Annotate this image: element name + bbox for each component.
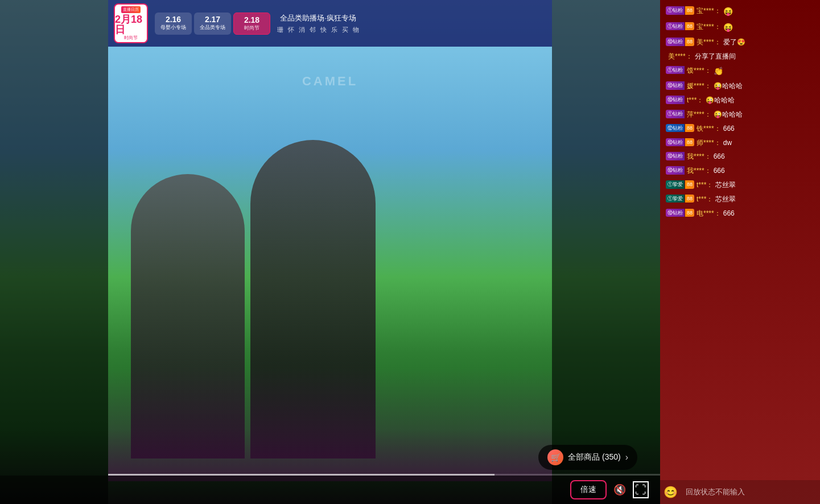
username: t***： bbox=[697, 180, 713, 190]
message-text: 😜哈哈哈 bbox=[714, 81, 743, 91]
message-text: 😝 bbox=[723, 6, 733, 18]
badge-num-text: 88 bbox=[685, 124, 694, 133]
message-text: 😜哈哈哈 bbox=[714, 110, 743, 119]
date-tab-2[interactable]: 2.18 时尚节 bbox=[233, 13, 270, 35]
badge-level-text: ⑩钻粉 bbox=[666, 209, 685, 217]
banner-title: 全品类助播场·疯狂专场 bbox=[280, 13, 356, 23]
tab-0-label: 母婴小专场 bbox=[159, 24, 187, 31]
badge-level-text: ⑫钻粉 bbox=[666, 124, 685, 133]
badge-level-text: ⑩钻粉 bbox=[666, 152, 685, 160]
list-item: ⑩钻粉 我****： 666 bbox=[662, 150, 818, 163]
user-badge: ①挚爱 88 bbox=[666, 180, 694, 189]
products-button[interactable]: 🛒 全部商品 (350) › bbox=[538, 445, 637, 470]
smiley-icon[interactable]: 😊 bbox=[664, 485, 678, 499]
subtitle-char-5: 乐 bbox=[331, 26, 337, 34]
subtitle-char-7: 物 bbox=[353, 26, 359, 34]
chat-input[interactable]: 回放状态不能输入 bbox=[681, 485, 817, 499]
video-area: 直播日历 2月18日 时尚节 2.16 母婴小专场 2.17 全品类专场 2.1… bbox=[0, 0, 660, 504]
message-text: 爱了😍 bbox=[723, 38, 745, 47]
badge-level-text: ⑩钻粉 bbox=[666, 81, 685, 90]
user-badge: ①钻粉 bbox=[666, 66, 685, 75]
user-badge: ⑩钻粉 bbox=[666, 81, 685, 90]
message-text: 666 bbox=[714, 166, 725, 176]
user-badge: ⑩钻粉 bbox=[666, 96, 685, 104]
tab-2-label: 时尚节 bbox=[238, 24, 265, 32]
user-badge: ⑫钻粉 88 bbox=[666, 124, 694, 133]
message-text: 芯丝翠 bbox=[715, 180, 736, 190]
username: 媛****： bbox=[687, 81, 711, 91]
user-badge: ①钻粉 88 bbox=[666, 6, 694, 15]
chat-input-area: 😊 回放状态不能输入 bbox=[660, 480, 820, 504]
username: t***： bbox=[687, 96, 703, 105]
basket-icon: 🛒 bbox=[551, 453, 561, 462]
mute-icon: 🔇 bbox=[613, 484, 626, 495]
video-left-letterbox bbox=[0, 0, 108, 504]
subtitle-char-0: 珊 bbox=[277, 26, 283, 34]
user-badge: ①挚爱 88 bbox=[666, 195, 694, 203]
person-left-silhouette bbox=[131, 174, 245, 458]
username: 馍****： bbox=[687, 66, 711, 76]
date-tab-1[interactable]: 2.17 全品类专场 bbox=[194, 13, 231, 35]
username: 师****： bbox=[697, 138, 721, 148]
list-item: ⑩钻粉 媛****： 😜哈哈哈 bbox=[662, 80, 818, 93]
message-text: 😜哈哈哈 bbox=[706, 96, 735, 105]
badge-level-text: ①钻粉 bbox=[666, 110, 685, 118]
subtitle-char-2: 消 bbox=[299, 26, 305, 34]
badge-level-text: ①挚爱 bbox=[666, 180, 685, 189]
live-tag-text: 直播日历 bbox=[121, 6, 141, 13]
tab-0-date: 2.16 bbox=[159, 15, 187, 24]
list-item: ①挚爱 88 t***： 芯丝翠 bbox=[662, 193, 818, 206]
message-text: dw bbox=[723, 138, 732, 148]
user-badge: ①钻粉 bbox=[666, 110, 685, 118]
tab-1-date: 2.17 bbox=[199, 15, 226, 24]
chat-messages-list: ①钻粉 88 宝****： 😝 ①钻粉 88 宝****： 😝 ⑩钻粉 88 美… bbox=[660, 0, 820, 480]
username: 电****： bbox=[697, 209, 721, 218]
fullscreen-icon: ⛶ bbox=[633, 481, 649, 498]
list-item: ①钻粉 馍****： 👏 bbox=[662, 64, 818, 79]
badge-num-text: 88 bbox=[685, 209, 694, 217]
video-right-letterbox bbox=[552, 0, 660, 504]
tab-1-label: 全品类专场 bbox=[199, 24, 226, 31]
calendar-event: 时尚节 bbox=[124, 35, 138, 41]
badge-level-text: ⑩钻粉 bbox=[666, 138, 685, 147]
person-right-silhouette bbox=[250, 140, 376, 458]
fullscreen-button[interactable]: ⛶ bbox=[633, 484, 649, 497]
message-text: 分享了直播间 bbox=[695, 52, 736, 61]
badge-level-text: ⑩钻粉 bbox=[666, 96, 685, 104]
products-icon: 🛒 bbox=[547, 449, 563, 465]
list-item: ⑫钻粉 88 铁****： 666 bbox=[662, 122, 818, 135]
user-badge: ⑩钻粉 bbox=[666, 166, 685, 175]
user-badge: ⑩钻粉 88 bbox=[666, 209, 694, 217]
list-item: ⑩钻粉 88 师****： dw bbox=[662, 137, 818, 150]
badge-num-text: 88 bbox=[685, 195, 694, 203]
message-text: 666 bbox=[723, 124, 735, 134]
user-badge: ①钻粉 88 bbox=[666, 22, 694, 31]
date-tab-0[interactable]: 2.16 母婴小专场 bbox=[155, 13, 192, 35]
video-controls: 倍速 🔇 ⛶ bbox=[0, 476, 660, 504]
badge-num-text: 88 bbox=[685, 180, 694, 189]
badge-level-text: ①钻粉 bbox=[666, 6, 685, 15]
video-background: 直播日历 2月18日 时尚节 2.16 母婴小专场 2.17 全品类专场 2.1… bbox=[0, 0, 660, 504]
products-arrow-icon: › bbox=[625, 452, 628, 462]
badge-level-text: ①挚爱 bbox=[666, 195, 685, 203]
mute-button[interactable]: 🔇 bbox=[613, 484, 626, 496]
speed-button[interactable]: 倍速 bbox=[570, 480, 607, 499]
date-tabs-container: 2.16 母婴小专场 2.17 全品类专场 2.18 时尚节 bbox=[155, 13, 270, 35]
video-frame: 直播日历 2月18日 时尚节 2.16 母婴小专场 2.17 全品类专场 2.1… bbox=[0, 0, 660, 504]
products-label: 全部商品 (350) bbox=[568, 452, 621, 462]
chat-panel: ①钻粉 88 宝****： 😝 ①钻粉 88 宝****： 😝 ⑩钻粉 88 美… bbox=[660, 0, 820, 504]
list-item: ①钻粉 88 宝****： 😝 bbox=[662, 5, 818, 19]
list-item: ⑩钻粉 88 美****： 爱了😍 bbox=[662, 36, 818, 49]
badge-level-text: ⑩钻粉 bbox=[666, 166, 685, 175]
badge-num-text: 88 bbox=[685, 22, 694, 31]
subtitle-char-4: 快 bbox=[320, 26, 327, 34]
list-item: ①挚爱 88 t***： 芯丝翠 bbox=[662, 179, 818, 192]
username: 铁****： bbox=[697, 124, 721, 134]
list-item: ⑩钻粉 88 电****： 666 bbox=[662, 207, 818, 220]
subtitle-char-6: 买 bbox=[342, 26, 348, 34]
list-item: 美****： 分享了直播间 bbox=[662, 50, 818, 63]
message-text: 666 bbox=[723, 209, 735, 218]
message-text: 😝 bbox=[723, 22, 733, 34]
message-text: 芯丝翠 bbox=[715, 195, 736, 204]
badge-num-text: 88 bbox=[685, 138, 694, 147]
